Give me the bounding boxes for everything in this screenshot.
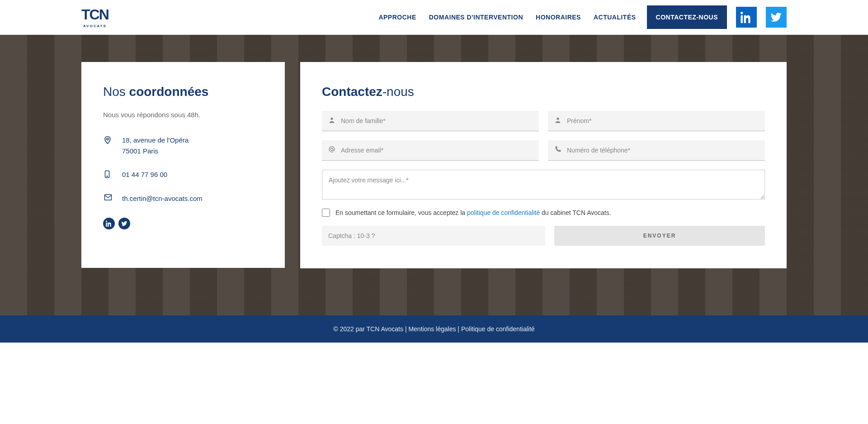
nav-contact-cta[interactable]: CONTACTEZ-NOUS (647, 5, 727, 29)
brand-logo-main: TCN (81, 6, 108, 23)
nav-actualites[interactable]: ACTUALITÉS (592, 9, 638, 25)
coord-address-row: 18, avenue de l'Opéra 75001 Paris (103, 135, 263, 157)
map-pin-icon (103, 135, 113, 157)
main-nav: APPROCHE DOMAINES D'INTERVENTION HONORAI… (377, 5, 787, 29)
consent-privacy-link[interactable]: politique de confidentialité (467, 209, 540, 216)
brand-logo-sub: AVOCATS (83, 24, 107, 28)
svg-point-2 (107, 176, 108, 177)
captcha-send-row: ENVOYER (322, 226, 765, 246)
linkedin-icon (106, 220, 112, 227)
site-header: TCN AVOCATS APPROCHE DOMAINES D'INTERVEN… (0, 0, 868, 35)
coordinates-title-bold: coordonnées (129, 85, 209, 99)
footer-sep2: | (458, 325, 461, 333)
twitter-icon (121, 220, 127, 227)
email-input[interactable] (341, 147, 533, 154)
svg-point-4 (330, 118, 333, 120)
phone-field-wrap (548, 140, 765, 161)
form-title: Contactez-nous (322, 85, 765, 99)
svg-point-0 (107, 138, 108, 140)
card-twitter-link[interactable] (118, 218, 130, 229)
coord-email[interactable]: th.certin@tcn-avocats.com (122, 193, 203, 204)
handset-icon (554, 146, 562, 155)
phone-icon (103, 169, 113, 181)
person-icon (554, 116, 562, 125)
contact-form: En soumettant ce formulaire, vous accept… (322, 111, 765, 246)
firstname-input[interactable] (567, 117, 759, 124)
header-linkedin-link[interactable] (736, 7, 757, 28)
coord-phone[interactable]: 01 44 77 96 00 (122, 169, 167, 181)
captcha-input[interactable] (322, 226, 545, 246)
email-field-wrap (322, 140, 539, 161)
at-icon (328, 146, 336, 155)
firstname-field-wrap (548, 111, 765, 131)
person-icon (328, 116, 336, 125)
consent-row: En soumettant ce formulaire, vous accept… (322, 209, 765, 217)
coordinates-title: Nos coordonnées (103, 85, 263, 99)
nav-honoraires[interactable]: HONORAIRES (534, 9, 583, 25)
footer-copyright: © 2022 par TCN Avocats (333, 325, 403, 333)
footer-legal-link[interactable]: Mentions légales (408, 325, 456, 333)
coord-address-line2: 75001 Paris (122, 147, 158, 155)
phone-input[interactable] (567, 147, 759, 154)
coord-phone-row: 01 44 77 96 00 (103, 169, 263, 181)
site-footer: © 2022 par TCN Avocats | Mentions légale… (0, 315, 868, 343)
lastname-field-wrap (322, 111, 539, 131)
coord-email-row: th.certin@tcn-avocats.com (103, 193, 263, 204)
consent-text-post: du cabinet TCN Avocats. (540, 209, 611, 216)
twitter-icon (770, 11, 782, 23)
brand-logo[interactable]: TCN AVOCATS (81, 6, 108, 28)
coordinates-card: Nos coordonnées Nous vous répondons sous… (81, 62, 285, 268)
send-button[interactable]: ENVOYER (554, 226, 765, 246)
message-textarea[interactable] (322, 170, 765, 200)
coord-address-line1: 18, avenue de l'Opéra (122, 136, 189, 144)
contact-hero: Nos coordonnées Nous vous répondons sous… (0, 35, 868, 315)
coord-address: 18, avenue de l'Opéra 75001 Paris (122, 135, 189, 157)
card-socials (103, 218, 263, 229)
header-twitter-link[interactable] (766, 7, 787, 28)
lastname-input[interactable] (341, 117, 533, 124)
svg-point-6 (330, 148, 333, 150)
nav-approche[interactable]: APPROCHE (377, 9, 418, 25)
linkedin-icon (741, 11, 752, 23)
form-title-bold: Contactez (322, 85, 382, 99)
card-linkedin-link[interactable] (103, 218, 115, 229)
coordinates-subtitle: Nous vous répondons sous 48h. (103, 111, 263, 119)
consent-text-pre: En soumettant ce formulaire, vous accept… (335, 209, 467, 216)
svg-point-5 (557, 118, 559, 120)
contact-form-card: Contactez-nous (300, 62, 787, 268)
coordinates-title-light: Nos (103, 85, 129, 99)
nav-domaines[interactable]: DOMAINES D'INTERVENTION (427, 9, 525, 25)
form-title-light: -nous (382, 85, 414, 99)
footer-privacy-link[interactable]: Politique de confidentialité (461, 325, 535, 333)
mail-icon (103, 193, 113, 204)
consent-text: En soumettant ce formulaire, vous accept… (335, 209, 611, 216)
consent-checkbox[interactable] (322, 209, 330, 217)
